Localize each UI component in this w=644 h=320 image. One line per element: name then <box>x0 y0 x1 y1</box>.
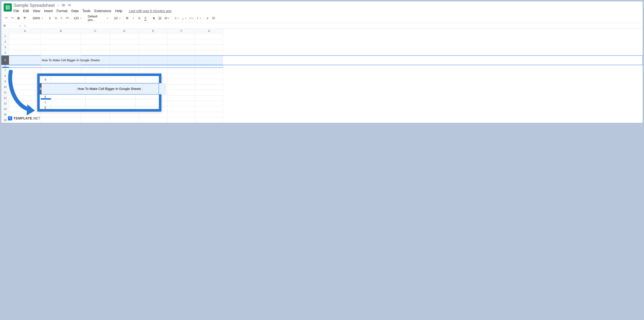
text-wrap-button[interactable] <box>188 17 194 20</box>
cell[interactable] <box>195 34 223 39</box>
cell[interactable] <box>110 39 139 44</box>
cell[interactable] <box>110 44 139 50</box>
percent-button[interactable]: % <box>53 16 59 21</box>
menu-edit[interactable]: Edit <box>23 9 29 13</box>
cell[interactable] <box>41 34 81 39</box>
cell[interactable] <box>195 68 223 73</box>
cloud-icon[interactable] <box>68 3 71 8</box>
row-header-3[interactable]: 3 <box>2 44 9 50</box>
cell[interactable] <box>9 68 41 73</box>
increase-decimal-button[interactable]: .00→ <box>65 16 71 21</box>
col-header-a[interactable]: A <box>9 28 41 34</box>
overlay-row-header[interactable]: 5 <box>40 83 42 94</box>
row-header-7[interactable]: 7 <box>2 68 9 73</box>
menu-tools[interactable]: Tools <box>82 9 90 13</box>
cell[interactable] <box>9 44 41 50</box>
cell[interactable] <box>139 39 168 44</box>
horizontal-align-button[interactable] <box>173 17 180 20</box>
overlay-row-header[interactable]: 8 <box>40 106 51 109</box>
cell[interactable] <box>168 65 195 68</box>
cell[interactable] <box>81 112 110 118</box>
cell[interactable] <box>168 50 195 56</box>
overlay-cell[interactable] <box>136 106 159 109</box>
overlay-row-header[interactable]: 4 <box>40 76 51 83</box>
cell[interactable] <box>139 44 168 50</box>
row-header-5[interactable]: 5 <box>2 56 9 65</box>
cell[interactable] <box>168 101 195 106</box>
cell[interactable] <box>9 56 41 65</box>
cell[interactable] <box>139 65 168 68</box>
cell[interactable] <box>110 118 139 123</box>
cell[interactable] <box>168 112 195 118</box>
star-icon[interactable]: ☆ <box>57 4 59 6</box>
cell[interactable] <box>9 79 41 84</box>
font-size-select[interactable]: 10 <box>112 16 122 20</box>
cell[interactable] <box>41 68 81 73</box>
redo-icon[interactable]: ↷ <box>10 16 15 21</box>
menu-format[interactable]: Format <box>56 9 68 13</box>
cell[interactable] <box>139 34 168 39</box>
row-header-10[interactable]: 10 <box>2 84 9 90</box>
overlay-cell-content[interactable]: How To Make Cell Bigger in Google Sheets <box>76 83 142 94</box>
cell[interactable] <box>9 106 41 112</box>
cell[interactable] <box>110 56 139 65</box>
cell[interactable] <box>168 79 195 84</box>
cell[interactable] <box>81 50 110 56</box>
menu-insert[interactable]: Insert <box>44 9 53 13</box>
row-header-4[interactable]: 4 <box>2 50 9 56</box>
cell[interactable] <box>168 84 195 90</box>
cell[interactable] <box>139 50 168 56</box>
cell[interactable] <box>9 73 41 79</box>
cell[interactable] <box>139 56 168 65</box>
decrease-decimal-button[interactable]: .0← <box>59 16 65 21</box>
insert-link-icon[interactable] <box>205 16 210 21</box>
overlay-cell[interactable] <box>86 94 136 99</box>
overlay-cell[interactable] <box>51 106 86 109</box>
cell[interactable] <box>168 95 195 101</box>
cell[interactable] <box>168 34 195 39</box>
cell[interactable] <box>41 39 81 44</box>
cell[interactable] <box>9 65 41 68</box>
cell[interactable] <box>195 65 223 68</box>
menu-data[interactable]: Data <box>71 9 79 13</box>
currency-button[interactable]: $ <box>47 16 52 21</box>
cell[interactable] <box>110 34 139 39</box>
text-rotation-button[interactable] <box>195 17 202 20</box>
overlay-cell[interactable] <box>51 99 86 106</box>
cell[interactable] <box>168 56 195 65</box>
cell[interactable] <box>41 50 81 56</box>
overlay-row-header[interactable]: 7 <box>40 99 51 106</box>
merge-cells-button[interactable] <box>163 17 170 20</box>
paint-format-icon[interactable] <box>22 16 27 21</box>
col-header-b[interactable]: B <box>41 28 81 34</box>
cell[interactable] <box>195 39 223 44</box>
move-icon[interactable] <box>62 3 65 8</box>
cell[interactable] <box>168 44 195 50</box>
cell[interactable] <box>81 65 110 68</box>
menu-file[interactable]: File <box>14 9 19 13</box>
cell[interactable]: How To Make Cell Bigger in Google Sheets <box>41 56 81 65</box>
bold-button[interactable]: B <box>124 16 130 21</box>
sheets-logo-icon[interactable] <box>4 3 12 12</box>
cell[interactable] <box>195 101 223 106</box>
row-header-12[interactable]: 12 <box>2 95 9 101</box>
overlay-cell[interactable] <box>136 99 159 106</box>
row-header-9[interactable]: 9 <box>2 79 9 84</box>
cell[interactable] <box>195 84 223 90</box>
col-header-f[interactable]: F <box>168 28 195 34</box>
overlay-cell[interactable] <box>51 94 86 99</box>
cell[interactable] <box>139 68 168 73</box>
cell[interactable] <box>41 65 81 68</box>
cell[interactable] <box>168 118 195 123</box>
undo-icon[interactable]: ↶ <box>4 16 9 21</box>
cell[interactable] <box>110 65 139 68</box>
col-header-g[interactable]: G <box>195 28 223 34</box>
text-color-button[interactable]: A <box>143 16 148 21</box>
document-title[interactable]: Sample Spreadsheet <box>14 3 55 8</box>
cell[interactable] <box>110 50 139 56</box>
cell[interactable] <box>195 112 223 118</box>
overlay-row-header[interactable]: 6 <box>40 94 51 99</box>
row-header-11[interactable]: 11 <box>2 90 9 95</box>
cell[interactable] <box>81 68 110 73</box>
cell[interactable] <box>168 68 195 73</box>
